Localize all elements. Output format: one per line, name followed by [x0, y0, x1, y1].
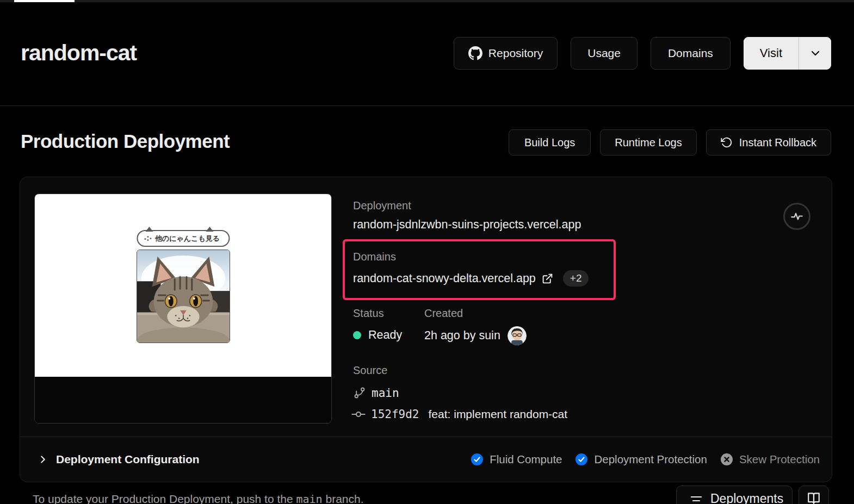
visit-button[interactable]: Visit	[744, 37, 799, 70]
build-logs-label: Build Logs	[524, 136, 575, 149]
branch-row: main	[353, 386, 399, 400]
update-hint-text: To update your Production Deployment, pu…	[33, 493, 364, 504]
chevron-down-icon	[809, 47, 822, 60]
runtime-logs-label: Runtime Logs	[615, 136, 682, 149]
hint-suffix: branch.	[323, 493, 364, 504]
usage-button-label: Usage	[587, 47, 621, 60]
fluid-compute-label: Fluid Compute	[490, 453, 562, 466]
domain-row: random-cat-snowy-delta.vercel.app +2	[353, 270, 589, 287]
chevron-right-icon	[37, 453, 49, 465]
status-ready-dot	[353, 331, 361, 339]
visit-dropdown-button[interactable]	[799, 37, 831, 70]
hint-branch-name: main	[296, 493, 322, 504]
pawprint-icon	[144, 238, 146, 240]
visit-button-label: Visit	[760, 46, 782, 60]
activity-icon-button[interactable]	[783, 203, 810, 230]
hint-prefix: To update your Production Deployment, pu…	[33, 493, 296, 504]
instant-rollback-label: Instant Rollback	[739, 136, 816, 149]
deployments-button[interactable]: Deployments	[676, 486, 793, 504]
visit-split-button: Visit	[744, 37, 831, 70]
production-deployment-title: Production Deployment	[21, 130, 230, 152]
deployments-button-label: Deployments	[710, 491, 783, 504]
repository-button-label: Repository	[488, 47, 543, 60]
preview-dark-footer	[35, 377, 331, 424]
deployment-configuration-row[interactable]: Deployment Configuration Fluid Compute D…	[20, 437, 832, 482]
docs-button[interactable]	[799, 486, 829, 504]
repository-button[interactable]: Repository	[454, 37, 558, 70]
book-icon	[807, 491, 821, 504]
source-label: Source	[353, 364, 387, 377]
filter-list-icon	[690, 494, 703, 504]
deployment-url: random-jsdnlzwbn-suins-projects.vercel.a…	[353, 218, 581, 232]
skew-protection-label: Skew Protection	[739, 453, 820, 466]
skew-protection-badge[interactable]: Skew Protection	[720, 453, 820, 466]
avatar[interactable]	[508, 326, 527, 345]
commit-message: feat: implement random-cat	[429, 408, 568, 421]
git-commit-icon	[351, 407, 366, 422]
preview-bubble-text: 他のにゃんこも見る	[155, 234, 220, 244]
check-circle-icon	[471, 453, 484, 466]
deployment-protection-badge[interactable]: Deployment Protection	[575, 453, 707, 466]
vercel-project-page: random-cat Repository Usage Domains Visi…	[0, 0, 854, 504]
github-icon	[468, 46, 482, 60]
check-circle-icon	[575, 453, 588, 466]
rollback-icon	[721, 136, 733, 148]
deployment-label: Deployment	[353, 200, 411, 212]
runtime-logs-button[interactable]: Runtime Logs	[600, 129, 696, 155]
status-label: Status	[353, 307, 384, 320]
deployment-preview[interactable]: 他のにゃんこも見る	[34, 194, 332, 424]
activity-pulse-icon	[790, 209, 804, 223]
preview-speech-bubble: 他のにゃんこも見る	[137, 230, 230, 247]
git-branch-icon	[353, 386, 367, 400]
build-logs-button[interactable]: Build Logs	[509, 129, 591, 155]
domains-button[interactable]: Domains	[651, 37, 731, 70]
commit-row: 152f9d2 feat: implement random-cat	[351, 407, 567, 422]
external-link-icon[interactable]	[542, 273, 553, 284]
branch-name: main	[372, 387, 399, 400]
fluid-compute-badge[interactable]: Fluid Compute	[471, 453, 562, 466]
configuration-badges: Fluid Compute Deployment Protection Skew…	[471, 453, 820, 466]
production-actions: Build Logs Runtime Logs Instant Rollback	[509, 129, 831, 155]
instant-rollback-button[interactable]: Instant Rollback	[706, 129, 831, 155]
usage-button[interactable]: Usage	[571, 37, 638, 70]
deployment-protection-label: Deployment Protection	[594, 453, 707, 466]
page-title: random-cat	[21, 40, 137, 66]
created-label: Created	[424, 307, 463, 320]
domain-link[interactable]: random-cat-snowy-delta.vercel.app	[353, 272, 536, 285]
x-circle-icon	[720, 453, 733, 466]
project-header: random-cat Repository Usage Domains Visi…	[0, 2, 854, 106]
status-row: Ready	[353, 328, 402, 342]
cat-photo	[137, 250, 230, 343]
created-value: 2h ago by suin	[424, 329, 500, 343]
domains-label: Domains	[353, 251, 396, 263]
header-actions: Repository Usage Domains Visit	[454, 37, 831, 70]
domains-highlight-box: Domains random-cat-snowy-delta.vercel.ap…	[343, 239, 616, 300]
status-value: Ready	[368, 328, 402, 342]
deployment-configuration-title: Deployment Configuration	[56, 453, 200, 466]
commit-hash: 152f9d2	[371, 408, 419, 421]
preview-site-screenshot: 他のにゃんこも見る	[35, 194, 331, 377]
created-row: 2h ago by suin	[424, 326, 527, 345]
extra-domains-badge[interactable]: +2	[563, 270, 589, 287]
domains-button-label: Domains	[668, 47, 713, 60]
